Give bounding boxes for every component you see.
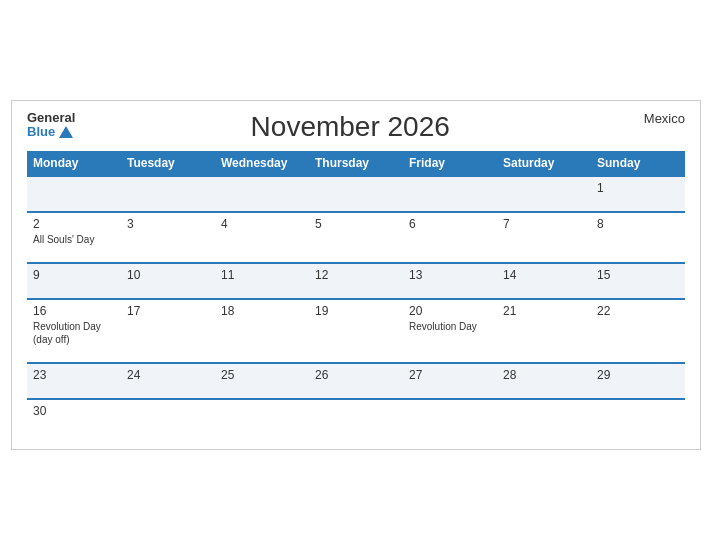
calendar-title: November 2026 <box>75 111 625 143</box>
weekday-header-tuesday: Tuesday <box>121 151 215 176</box>
calendar-cell: 19 <box>309 299 403 363</box>
day-number: 15 <box>597 268 679 282</box>
day-event: Revolution Day (day off) <box>33 320 115 346</box>
calendar-cell: 13 <box>403 263 497 299</box>
day-number: 14 <box>503 268 585 282</box>
calendar-cell <box>121 399 215 434</box>
day-number: 18 <box>221 304 303 318</box>
calendar-cell: 14 <box>497 263 591 299</box>
logo-triangle-icon <box>59 126 73 138</box>
day-number: 13 <box>409 268 491 282</box>
logo-blue-text: Blue <box>27 125 55 139</box>
calendar-cell: 4 <box>215 212 309 263</box>
day-number: 17 <box>127 304 209 318</box>
day-number: 7 <box>503 217 585 231</box>
logo-general-text: General <box>27 111 75 125</box>
calendar-cell: 24 <box>121 363 215 399</box>
day-number: 1 <box>597 181 679 195</box>
weekday-header-monday: Monday <box>27 151 121 176</box>
day-number: 24 <box>127 368 209 382</box>
day-number: 6 <box>409 217 491 231</box>
calendar-cell: 12 <box>309 263 403 299</box>
calendar-cell <box>403 399 497 434</box>
calendar-week-row: 23242526272829 <box>27 363 685 399</box>
country-label: Mexico <box>625 111 685 126</box>
calendar-week-row: 1 <box>27 176 685 212</box>
day-number: 21 <box>503 304 585 318</box>
day-number: 19 <box>315 304 397 318</box>
day-number: 27 <box>409 368 491 382</box>
calendar-cell: 10 <box>121 263 215 299</box>
calendar-container: General Blue November 2026 Mexico Monday… <box>11 100 701 450</box>
day-number: 28 <box>503 368 585 382</box>
weekday-header-saturday: Saturday <box>497 151 591 176</box>
calendar-cell <box>497 176 591 212</box>
day-number: 10 <box>127 268 209 282</box>
weekday-header-wednesday: Wednesday <box>215 151 309 176</box>
calendar-cell <box>215 399 309 434</box>
calendar-cell: 3 <box>121 212 215 263</box>
day-number: 22 <box>597 304 679 318</box>
calendar-cell: 26 <box>309 363 403 399</box>
day-number: 3 <box>127 217 209 231</box>
calendar-cell: 29 <box>591 363 685 399</box>
calendar-cell: 21 <box>497 299 591 363</box>
calendar-cell: 28 <box>497 363 591 399</box>
calendar-cell: 25 <box>215 363 309 399</box>
day-number: 11 <box>221 268 303 282</box>
calendar-week-row: 2All Souls' Day345678 <box>27 212 685 263</box>
calendar-cell: 17 <box>121 299 215 363</box>
calendar-cell: 16Revolution Day (day off) <box>27 299 121 363</box>
calendar-cell: 22 <box>591 299 685 363</box>
calendar-cell: 6 <box>403 212 497 263</box>
day-event: All Souls' Day <box>33 233 115 246</box>
day-number: 29 <box>597 368 679 382</box>
day-number: 20 <box>409 304 491 318</box>
weekday-header-row: MondayTuesdayWednesdayThursdayFridaySatu… <box>27 151 685 176</box>
calendar-cell: 5 <box>309 212 403 263</box>
logo: General Blue <box>27 111 75 140</box>
calendar-week-row: 30 <box>27 399 685 434</box>
calendar-cell: 8 <box>591 212 685 263</box>
calendar-cell: 23 <box>27 363 121 399</box>
day-number: 26 <box>315 368 397 382</box>
day-number: 2 <box>33 217 115 231</box>
calendar-cell: 1 <box>591 176 685 212</box>
calendar-cell <box>309 176 403 212</box>
calendar-cell: 7 <box>497 212 591 263</box>
calendar-cell: 30 <box>27 399 121 434</box>
day-number: 9 <box>33 268 115 282</box>
day-number: 30 <box>33 404 115 418</box>
day-event: Revolution Day <box>409 320 491 333</box>
calendar-cell: 2All Souls' Day <box>27 212 121 263</box>
calendar-header: General Blue November 2026 Mexico <box>27 111 685 143</box>
day-number: 25 <box>221 368 303 382</box>
calendar-cell: 11 <box>215 263 309 299</box>
weekday-header-sunday: Sunday <box>591 151 685 176</box>
day-number: 4 <box>221 217 303 231</box>
day-number: 5 <box>315 217 397 231</box>
calendar-cell <box>309 399 403 434</box>
day-number: 16 <box>33 304 115 318</box>
calendar-cell <box>591 399 685 434</box>
day-number: 12 <box>315 268 397 282</box>
calendar-cell: 15 <box>591 263 685 299</box>
calendar-cell <box>27 176 121 212</box>
calendar-week-row: 9101112131415 <box>27 263 685 299</box>
weekday-header-friday: Friday <box>403 151 497 176</box>
calendar-cell: 9 <box>27 263 121 299</box>
calendar-table: MondayTuesdayWednesdayThursdayFridaySatu… <box>27 151 685 434</box>
calendar-week-row: 16Revolution Day (day off)17181920Revolu… <box>27 299 685 363</box>
calendar-cell <box>121 176 215 212</box>
calendar-cell: 18 <box>215 299 309 363</box>
day-number: 23 <box>33 368 115 382</box>
calendar-cell: 27 <box>403 363 497 399</box>
calendar-cell <box>403 176 497 212</box>
calendar-cell: 20Revolution Day <box>403 299 497 363</box>
weekday-header-thursday: Thursday <box>309 151 403 176</box>
calendar-cell <box>497 399 591 434</box>
calendar-cell <box>215 176 309 212</box>
day-number: 8 <box>597 217 679 231</box>
